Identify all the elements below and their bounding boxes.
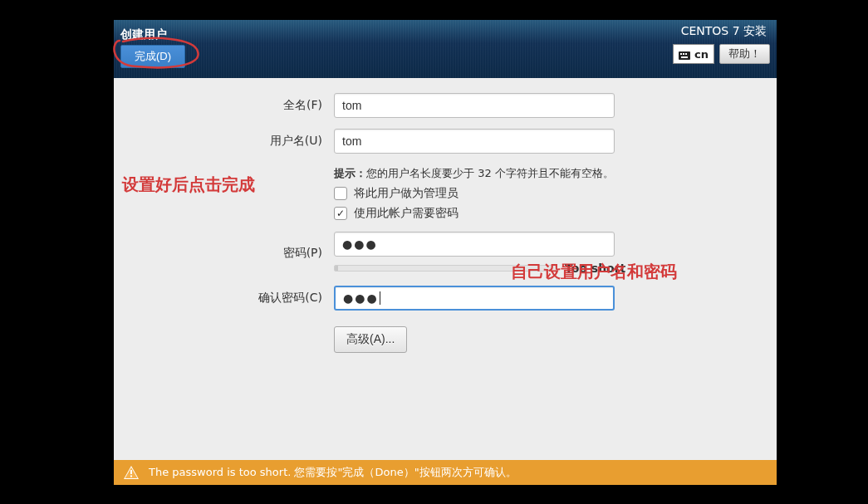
svg-rect-2: [683, 53, 684, 55]
svg-rect-5: [130, 470, 132, 474]
confirm-password-field[interactable]: ●●●: [334, 286, 615, 311]
password-strength-bar: [334, 265, 557, 272]
installer-window: 创建用户 完成(D) CENTOS 7 安装 cn 帮助！ 全名(F): [114, 20, 777, 485]
keyboard-layout-selector[interactable]: cn: [673, 44, 714, 64]
keyboard-layout-code: cn: [694, 48, 709, 61]
advanced-button[interactable]: 高级(A)...: [334, 326, 407, 353]
fullname-field[interactable]: [334, 93, 615, 118]
make-admin-checkbox-row[interactable]: 将此用户做为管理员: [334, 186, 459, 201]
username-hint: 提示：您的用户名长度要少于 32 个字符并且不能有空格。: [334, 166, 614, 181]
user-form: 全名(F) 用户名(U) 提示：您的用户名长度要少于 32 个字符并且不能有空格…: [114, 93, 777, 353]
warning-icon: [124, 466, 139, 479]
make-admin-label: 将此用户做为管理员: [354, 186, 459, 201]
warning-bar: The password is too short. 您需要按"完成（Done）…: [114, 460, 777, 485]
page-title: 创建用户: [120, 27, 167, 42]
username-label: 用户名(U): [114, 134, 334, 149]
password-field[interactable]: ●●●: [334, 232, 615, 257]
require-password-label: 使用此帐户需要密码: [354, 206, 459, 221]
installer-title: CENTOS 7 安装: [681, 24, 767, 39]
svg-rect-4: [681, 56, 688, 58]
svg-rect-6: [130, 476, 132, 477]
help-button[interactable]: 帮助！: [719, 44, 770, 64]
password-strength-label: Too short: [565, 262, 625, 275]
content-area: 全名(F) 用户名(U) 提示：您的用户名长度要少于 32 个字符并且不能有空格…: [114, 78, 777, 460]
warning-text: The password is too short. 您需要按"完成（Done）…: [149, 465, 517, 480]
top-bar: 创建用户 完成(D) CENTOS 7 安装 cn 帮助！: [114, 20, 777, 78]
fullname-label: 全名(F): [114, 98, 334, 113]
username-field[interactable]: [334, 129, 615, 154]
require-password-checkbox-row[interactable]: 使用此帐户需要密码: [334, 206, 459, 221]
make-admin-checkbox[interactable]: [334, 187, 347, 200]
svg-rect-0: [679, 51, 690, 60]
password-label: 密码(P): [114, 246, 334, 261]
svg-rect-3: [685, 53, 687, 55]
require-password-checkbox[interactable]: [334, 207, 347, 220]
done-button[interactable]: 完成(D): [120, 45, 185, 68]
keyboard-icon: [679, 50, 690, 58]
confirm-password-label: 确认密码(C): [114, 291, 334, 306]
svg-rect-1: [680, 53, 682, 55]
